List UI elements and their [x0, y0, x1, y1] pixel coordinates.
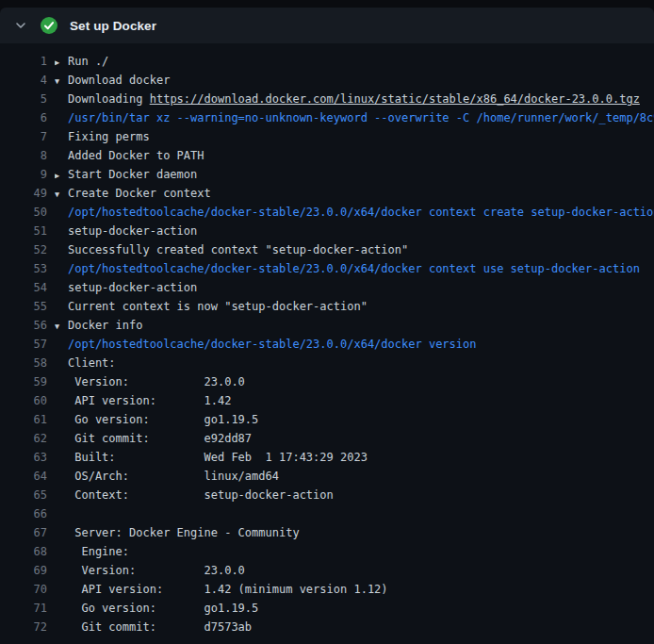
- log-text: Create Docker context: [68, 187, 211, 200]
- log-line: 70 API version: 1.42 (minimum version 1.…: [0, 580, 654, 599]
- line-number[interactable]: 54: [0, 278, 55, 297]
- log-text: Built: Wed Feb 1 17:43:29 2023: [68, 451, 368, 464]
- line-number[interactable]: 72: [0, 618, 55, 636]
- line-number[interactable]: 62: [0, 429, 55, 448]
- line-content: /opt/hostedtoolcache/docker-stable/23.0.…: [55, 335, 654, 354]
- log-line: 66: [0, 504, 654, 523]
- log-line: 56▼Docker info: [0, 316, 654, 335]
- line-content: Fixing perms: [55, 127, 654, 146]
- log-line: 8Added Docker to PATH: [0, 146, 654, 165]
- line-number[interactable]: 58: [0, 354, 55, 372]
- line-content: setup-docker-action: [55, 278, 654, 297]
- log-text: API version: 1.42: [68, 394, 231, 407]
- log-line: 50/opt/hostedtoolcache/docker-stable/23.…: [0, 203, 654, 222]
- expand-group-icon[interactable]: ▶: [55, 53, 68, 71]
- line-number[interactable]: 49: [0, 184, 55, 203]
- log-text: Engine:: [68, 545, 129, 558]
- collapse-group-icon[interactable]: ▼: [55, 185, 68, 203]
- line-number[interactable]: 9: [0, 165, 55, 184]
- line-number[interactable]: 63: [0, 448, 55, 467]
- log-text: API version: 1.42 (minimum version 1.12): [68, 583, 388, 596]
- line-number[interactable]: 68: [0, 542, 55, 561]
- line-content: /opt/hostedtoolcache/docker-stable/23.0.…: [55, 259, 654, 278]
- log-line: 69 Version: 23.0.0: [0, 561, 654, 580]
- line-number[interactable]: 57: [0, 335, 55, 354]
- log-line: 1▶Run ./: [0, 52, 654, 71]
- line-number[interactable]: 50: [0, 203, 55, 222]
- log-line: 61 Go version: go1.19.5: [0, 410, 654, 429]
- log-line: 65 Context: setup-docker-action: [0, 486, 654, 504]
- line-number[interactable]: 71: [0, 599, 55, 618]
- log-command-text: /usr/bin/tar xz --warning=no-unknown-key…: [68, 111, 654, 124]
- log-text: Successfully created context "setup-dock…: [68, 243, 408, 256]
- line-number[interactable]: 70: [0, 580, 55, 599]
- line-number[interactable]: 4: [0, 71, 55, 90]
- log-text: Docker info: [68, 319, 142, 332]
- line-number[interactable]: 59: [0, 372, 55, 391]
- log-line: 72 Git commit: d7573ab: [0, 618, 654, 636]
- line-content: Client:: [55, 354, 654, 372]
- log-line: 4▼Download docker: [0, 71, 654, 90]
- line-number[interactable]: 1: [0, 52, 55, 71]
- line-number[interactable]: 64: [0, 467, 55, 486]
- line-content: Git commit: d7573ab: [55, 618, 654, 636]
- chevron-down-icon[interactable]: [14, 19, 27, 32]
- line-number[interactable]: 69: [0, 561, 55, 580]
- log-text: setup-docker-action: [68, 224, 197, 238]
- expand-group-icon[interactable]: ▶: [55, 166, 68, 184]
- line-content: Go version: go1.19.5: [55, 599, 654, 618]
- line-number[interactable]: 60: [0, 391, 55, 410]
- line-number[interactable]: 61: [0, 410, 55, 429]
- log-line: 54setup-docker-action: [0, 278, 654, 297]
- log-command-text: /opt/hostedtoolcache/docker-stable/23.0.…: [68, 206, 654, 219]
- log-command-text: /opt/hostedtoolcache/docker-stable/23.0.…: [68, 262, 640, 275]
- step-header[interactable]: Set up Docker: [0, 8, 654, 43]
- line-number[interactable]: 52: [0, 240, 55, 259]
- collapse-group-icon[interactable]: ▼: [55, 317, 68, 335]
- log-text: Run ./: [68, 55, 108, 68]
- line-content: ▼Docker info: [55, 316, 654, 335]
- line-number[interactable]: 53: [0, 259, 55, 278]
- line-content: OS/Arch: linux/amd64: [55, 467, 654, 486]
- log-text: Version: 23.0.0: [68, 564, 245, 577]
- log-link[interactable]: https://download.docker.com/linux/static…: [150, 92, 640, 106]
- collapse-group-icon[interactable]: ▼: [55, 72, 68, 90]
- log-text: Git commit: e92dd87: [68, 432, 252, 445]
- log-text: Git commit: d7573ab: [68, 620, 252, 634]
- line-number[interactable]: 65: [0, 486, 55, 504]
- line-number[interactable]: 7: [0, 127, 55, 146]
- log-line: 63 Built: Wed Feb 1 17:43:29 2023: [0, 448, 654, 467]
- log-text: Downloading: [68, 92, 150, 106]
- log-text: Start Docker daemon: [68, 168, 197, 181]
- log-line: 71 Go version: go1.19.5: [0, 599, 654, 618]
- log-line: 62 Git commit: e92dd87: [0, 429, 654, 448]
- log-line: 68 Engine:: [0, 542, 654, 561]
- line-number[interactable]: 67: [0, 523, 55, 542]
- step-title: Set up Docker: [70, 19, 156, 33]
- line-number[interactable]: 6: [0, 108, 55, 127]
- line-number[interactable]: 56: [0, 316, 55, 335]
- line-content: Current context is now "setup-docker-act…: [55, 297, 654, 316]
- log-line: 55Current context is now "setup-docker-a…: [0, 297, 654, 316]
- log-text: Fixing perms: [68, 130, 150, 143]
- line-number[interactable]: 5: [0, 90, 55, 108]
- line-content: Git commit: e92dd87: [55, 429, 654, 448]
- log-line: 53/opt/hostedtoolcache/docker-stable/23.…: [0, 259, 654, 278]
- log-text: Version: 23.0.0: [68, 375, 245, 388]
- line-content: Built: Wed Feb 1 17:43:29 2023: [55, 448, 654, 467]
- line-content: /opt/hostedtoolcache/docker-stable/23.0.…: [55, 203, 654, 222]
- status-success-icon: [40, 16, 58, 35]
- line-number[interactable]: 51: [0, 222, 55, 240]
- line-number[interactable]: 55: [0, 297, 55, 316]
- log-line: 49▼Create Docker context: [0, 184, 654, 203]
- line-content: /usr/bin/tar xz --warning=no-unknown-key…: [55, 108, 654, 127]
- line-content: Version: 23.0.0: [55, 372, 654, 391]
- log: 1▶Run ./4▼Download docker5Downloading ht…: [0, 43, 654, 644]
- line-content: Engine:: [55, 542, 654, 561]
- log-line: 9▶Start Docker daemon: [0, 165, 654, 184]
- line-number[interactable]: 66: [0, 504, 55, 523]
- line-number[interactable]: 8: [0, 146, 55, 165]
- log-line: 5Downloading https://download.docker.com…: [0, 90, 654, 108]
- log-text: setup-docker-action: [68, 281, 197, 294]
- line-content: ▶Run ./: [55, 52, 654, 71]
